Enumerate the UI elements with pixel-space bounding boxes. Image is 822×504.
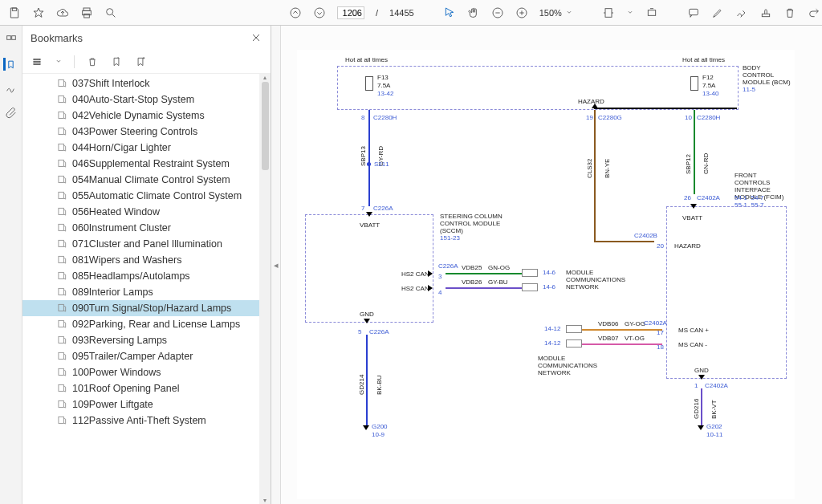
fuse-f13-rating: 7.5A	[377, 82, 390, 89]
wire-vdb26	[446, 287, 522, 289]
search-icon[interactable]	[104, 6, 117, 19]
thumbnails-icon[interactable]	[5, 34, 18, 47]
bookmark-page-icon	[56, 174, 67, 185]
new-bookmark-icon[interactable]	[110, 55, 123, 68]
bookmark-label: 037Shift Interlock	[72, 78, 150, 89]
vdb06: VDB06	[598, 320, 618, 327]
gnog: GN-OG	[488, 264, 510, 271]
bookmark-item[interactable]: 095Trailer/Camper Adapter	[22, 348, 259, 364]
bookmark-options-dropdown[interactable]	[55, 57, 63, 67]
bookmark-page-icon	[56, 319, 67, 330]
bookmark-item[interactable]: 037Shift Interlock	[22, 75, 259, 91]
wire-sbp13	[368, 110, 370, 206]
note-hot-left: Hot at all times	[345, 56, 388, 63]
scrollbar[interactable]: ▴ ▾	[259, 74, 271, 504]
bookmark-item[interactable]: 092Parking, Rear and License Lamps	[22, 316, 259, 332]
save-icon[interactable]	[8, 6, 21, 19]
document-view[interactable]: Hot at all times Hot at all times BODY C…	[281, 26, 822, 504]
page-up-icon[interactable]	[289, 6, 302, 19]
stamp-icon[interactable]	[759, 6, 772, 19]
bookmarks-panel: Bookmarks 037Shift Interlock040Auto-Star…	[22, 26, 271, 504]
bookmark-item[interactable]: 093Reversing Lamps	[22, 332, 259, 348]
fuse-f13-name: F13	[377, 74, 389, 81]
fuse-f12-name: F12	[702, 74, 714, 81]
star-icon[interactable]	[32, 6, 45, 19]
svg-rect-32	[59, 304, 63, 311]
bookmark-item[interactable]: 090Turn Signal/Stop/Hazard Lamps	[22, 300, 259, 316]
bookmark-item[interactable]: 101Roof Opening Panel	[22, 380, 259, 396]
bookmark-item[interactable]: 085Headlamps/Autolamps	[22, 268, 259, 284]
sign-icon[interactable]	[735, 6, 748, 19]
svg-rect-1	[83, 8, 90, 10]
conn-vdb26	[522, 283, 538, 291]
bkbu: BK-BU	[376, 376, 383, 395]
cloud-upload-icon[interactable]	[56, 6, 69, 19]
comment-icon[interactable]	[687, 6, 700, 19]
bookmark-label: 093Reversing Lamps	[72, 335, 167, 346]
bookmark-item[interactable]: 043Power Steering Controls	[22, 124, 259, 140]
bookmark-label: 055Automatic Climate Control System	[72, 190, 242, 201]
gnd-left: GND	[360, 311, 374, 318]
print-icon[interactable]	[80, 6, 93, 19]
page-down-icon[interactable]	[313, 6, 326, 19]
bookmark-item[interactable]: 089Interior Lamps	[22, 284, 259, 300]
zoom-in-icon[interactable]	[515, 6, 528, 19]
zoom-out-icon[interactable]	[491, 6, 504, 19]
bookmark-item[interactable]: 055Automatic Climate Control System	[22, 188, 259, 204]
ref146b: 14-6	[543, 283, 555, 291]
rotate-view-icon[interactable]	[645, 6, 658, 19]
arrow-hs2b	[428, 285, 433, 291]
bookmark-item[interactable]: 042Vehicle Dynamic Systems	[22, 108, 259, 124]
bookmark-item[interactable]: 044Horn/Cigar Lighter	[22, 140, 259, 156]
bnye-label: BN-YE	[604, 159, 611, 178]
pin10: 10	[685, 114, 692, 121]
wire-gd216	[701, 388, 702, 427]
svg-rect-23	[59, 160, 63, 166]
bookmark-item[interactable]: 060Instrument Cluster	[22, 220, 259, 236]
svg-rect-37	[59, 384, 63, 391]
svg-rect-13	[6, 36, 10, 40]
bookmark-item[interactable]: 040Auto-Start-Stop System	[22, 91, 259, 108]
bookmark-item[interactable]: 046Supplemental Restraint System	[22, 156, 259, 172]
pointer-icon[interactable]	[443, 6, 456, 19]
bookmark-list: 037Shift Interlock040Auto-Start-Stop Sys…	[22, 74, 259, 504]
bookmark-label: 089Interior Lamps	[72, 287, 153, 298]
bookmarks-icon[interactable]	[3, 58, 16, 71]
fit-width-icon[interactable]	[602, 6, 615, 19]
wire-vdb06	[582, 329, 662, 331]
svg-rect-3	[84, 14, 90, 18]
bookmark-page-icon	[56, 158, 67, 169]
c2280g: C2280G	[598, 114, 622, 121]
bookmark-label: 060Instrument Cluster	[72, 222, 171, 234]
bookmark-item[interactable]: 071Cluster and Panel Illumination	[22, 236, 259, 252]
bookmark-item[interactable]: 056Heated Window	[22, 204, 259, 220]
bookmark-item[interactable]: 081Wipers and Washers	[22, 252, 259, 268]
panel-tools	[22, 50, 271, 74]
bookmark-item[interactable]: 054Manual Climate Control System	[22, 172, 259, 188]
bookmark-options-icon[interactable]	[31, 55, 43, 68]
cls32-label: CLS32	[586, 159, 593, 178]
g200: G200	[372, 423, 388, 430]
bookmark-item[interactable]: 100Power Windows	[22, 364, 259, 380]
add-bookmark-icon[interactable]	[134, 55, 147, 68]
svg-rect-21	[59, 128, 63, 134]
redo-icon[interactable]	[808, 6, 820, 19]
hand-icon[interactable]	[467, 6, 480, 19]
page-number-input[interactable]	[337, 6, 364, 19]
arrow-hs2a	[428, 270, 433, 277]
highlight-icon[interactable]	[711, 6, 724, 19]
delete-icon[interactable]	[783, 6, 796, 19]
fit-dropdown[interactable]	[626, 8, 634, 18]
attachments-icon[interactable]	[5, 106, 18, 119]
bookmark-page-icon	[56, 110, 67, 121]
bookmark-item[interactable]: 112Passive Anti-Theft System	[22, 413, 259, 429]
bookmark-item[interactable]: 109Power Liftgate	[22, 396, 259, 413]
left-rail	[0, 26, 22, 504]
svg-rect-31	[59, 288, 63, 295]
signatures-icon[interactable]	[5, 82, 18, 95]
panel-collapse-handle[interactable]: ◂	[271, 26, 281, 504]
delete-bookmark-icon[interactable]	[86, 55, 99, 68]
zoom-select[interactable]: 150%	[539, 8, 573, 18]
pin20: 20	[657, 242, 664, 250]
close-panel-icon[interactable]	[250, 31, 262, 44]
